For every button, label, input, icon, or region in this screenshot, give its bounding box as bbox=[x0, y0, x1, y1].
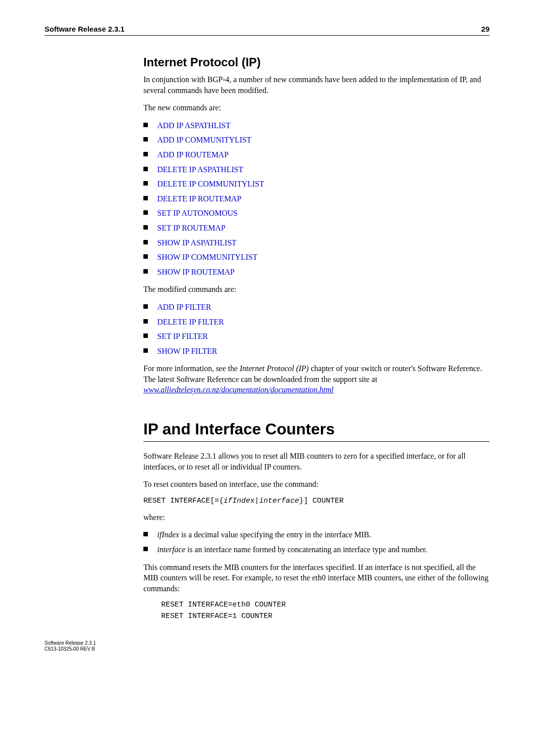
counters-instruction: To reset counters based on interface, us… bbox=[143, 479, 490, 490]
new-commands-list: ADD IP ASPATHLIST ADD IP COMMUNITYLIST A… bbox=[143, 120, 490, 278]
command-link[interactable]: ADD IP FILTER bbox=[157, 303, 211, 311]
new-commands-label: The new commands are: bbox=[143, 102, 490, 113]
list-item: ADD IP FILTER bbox=[143, 302, 490, 313]
command-link[interactable]: SET IP AUTONOMOUS bbox=[157, 209, 237, 217]
command-link[interactable]: ADD IP ASPATHLIST bbox=[157, 121, 230, 130]
command-link[interactable]: DELETE IP COMMUNITYLIST bbox=[157, 180, 264, 188]
list-item: SET IP ROUTEMAP bbox=[143, 223, 490, 234]
command-link[interactable]: SET IP ROUTEMAP bbox=[157, 224, 225, 232]
code-block: RESET INTERFACE[={ifIndex|interface}] CO… bbox=[143, 497, 490, 505]
command-link[interactable]: ADD IP COMMUNITYLIST bbox=[157, 136, 252, 144]
modified-commands-label: The modified commands are: bbox=[143, 284, 490, 295]
param-list: ifIndex is a decimal value specifying th… bbox=[143, 529, 490, 555]
code-text: | bbox=[255, 497, 259, 505]
list-item: SHOW IP FILTER bbox=[143, 346, 490, 357]
intro-paragraph: In conjunction with BGP-4, a number of n… bbox=[143, 74, 490, 95]
command-link[interactable]: DELETE IP FILTER bbox=[157, 318, 224, 326]
where-label: where: bbox=[143, 512, 490, 523]
param-desc: is a decimal value specifying the entry … bbox=[179, 530, 371, 539]
list-item: DELETE IP ROUTEMAP bbox=[143, 193, 490, 204]
list-item: SHOW IP ROUTEMAP bbox=[143, 267, 490, 278]
param-desc: is an interface name formed by concatena… bbox=[185, 545, 427, 554]
code-param: ifIndex bbox=[223, 497, 255, 505]
list-item: ADD IP ROUTEMAP bbox=[143, 149, 490, 160]
command-link[interactable]: SHOW IP ASPATHLIST bbox=[157, 238, 236, 247]
header-left: Software Release 2.3.1 bbox=[44, 25, 125, 33]
outro-emphasis: Internet Protocol (IP) bbox=[240, 364, 309, 373]
command-link[interactable]: SET IP FILTER bbox=[157, 332, 208, 340]
modified-commands-list: ADD IP FILTER DELETE IP FILTER SET IP FI… bbox=[143, 302, 490, 356]
code-example: RESET INTERFACE=eth0 COUNTER bbox=[161, 601, 490, 609]
documentation-link[interactable]: www.alliedtelesyn.co.nz/documentation/do… bbox=[143, 385, 334, 394]
command-link[interactable]: SHOW IP FILTER bbox=[157, 347, 217, 355]
list-item: DELETE IP FILTER bbox=[143, 317, 490, 328]
command-link[interactable]: DELETE IP ROUTEMAP bbox=[157, 194, 241, 203]
page-footer: Software Release 2.3.1 C613-10325-00 REV… bbox=[44, 640, 490, 652]
code-param: interface bbox=[259, 497, 299, 505]
list-item: SET IP FILTER bbox=[143, 331, 490, 342]
list-item: ADD IP ASPATHLIST bbox=[143, 120, 490, 131]
page-header: Software Release 2.3.1 29 bbox=[44, 25, 490, 36]
command-link[interactable]: SHOW IP ROUTEMAP bbox=[157, 268, 234, 276]
section-heading-ip: Internet Protocol (IP) bbox=[143, 55, 490, 69]
param-name: ifIndex bbox=[157, 530, 179, 539]
list-item: SET IP AUTONOMOUS bbox=[143, 208, 490, 219]
code-example: RESET INTERFACE=1 COUNTER bbox=[161, 612, 490, 620]
list-item: ifIndex is a decimal value specifying th… bbox=[143, 529, 490, 540]
list-item: DELETE IP ASPATHLIST bbox=[143, 164, 490, 175]
section-rule bbox=[143, 441, 490, 442]
section-heading-counters: IP and Interface Counters bbox=[143, 420, 490, 438]
list-item: SHOW IP ASPATHLIST bbox=[143, 237, 490, 248]
code-text: RESET INTERFACE[={ bbox=[143, 497, 223, 505]
counters-explanation: This command resets the MIB counters for… bbox=[143, 562, 490, 594]
page: Software Release 2.3.1 29 Internet Proto… bbox=[0, 0, 534, 677]
list-item: DELETE IP COMMUNITYLIST bbox=[143, 179, 490, 189]
content-area: Internet Protocol (IP) In conjunction wi… bbox=[143, 55, 490, 620]
code-text: }] COUNTER bbox=[299, 497, 344, 505]
command-link[interactable]: ADD IP ROUTEMAP bbox=[157, 150, 228, 159]
header-page-number: 29 bbox=[481, 25, 490, 33]
list-item: ADD IP COMMUNITYLIST bbox=[143, 135, 490, 145]
param-name: interface bbox=[157, 545, 185, 554]
command-link[interactable]: SHOW IP COMMUNITYLIST bbox=[157, 253, 258, 261]
outro-text: For more information, see the bbox=[143, 364, 240, 373]
more-info-paragraph: For more information, see the Internet P… bbox=[143, 363, 490, 395]
list-item: interface is an interface name formed by… bbox=[143, 544, 490, 555]
counters-intro: Software Release 2.3.1 allows you to res… bbox=[143, 451, 490, 472]
footer-rev: C613-10325-00 REV B bbox=[44, 646, 490, 652]
footer-release: Software Release 2.3.1 bbox=[44, 640, 490, 646]
list-item: SHOW IP COMMUNITYLIST bbox=[143, 252, 490, 263]
command-link[interactable]: DELETE IP ASPATHLIST bbox=[157, 165, 243, 174]
